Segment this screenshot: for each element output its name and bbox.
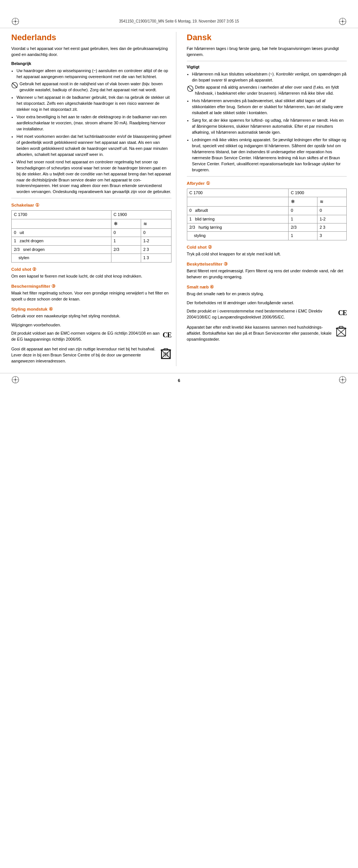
- page: 3541150_C1900/1700_MN Seite 6 Montag, 19…: [0, 0, 358, 868]
- header-bar: 3541150_C1900/1700_MN Seite 6 Montag, 19…: [0, 15, 358, 28]
- wind-icon: ≋: [143, 221, 147, 226]
- table-row: 1 blid tørring 1 1-2: [187, 215, 347, 223]
- right-changes-note: Der forbeholdes ret til ændringer uden f…: [187, 300, 347, 306]
- page-number: 6: [178, 378, 180, 383]
- ce-logo-right: CE: [338, 308, 347, 318]
- right-nozzle-text: Brug det smalle næb for en præcis stylin…: [187, 291, 347, 297]
- list-item: Gebruik het apparaat nooit in de nabijhe…: [11, 81, 171, 93]
- snowflake-icon-right: ❄: [291, 199, 295, 204]
- table-cell: ≋: [141, 219, 171, 228]
- right-cold-shot-text: Tryk på cold shot knappen for at style m…: [187, 251, 347, 257]
- table-cell: 1: [288, 232, 317, 240]
- table-cell: 1 blid tørring: [187, 215, 288, 223]
- table-cell: 2 3: [317, 223, 346, 232]
- table-cell: 2/3 snel drogen: [12, 245, 111, 254]
- list-item: Dette apparat må aldrig anvendes i nærhe…: [187, 85, 347, 97]
- right-filter-title: Beskyttelsesfilter ③: [187, 261, 347, 267]
- table-cell: 0: [288, 207, 317, 215]
- right-column: Dansk Før hårtørreren tages i brug først…: [185, 32, 347, 366]
- divider-right-0: [187, 61, 347, 61]
- table-cell: 1 3: [141, 254, 171, 262]
- list-item: Uw haardroger alleen op wisselspanning (…: [17, 68, 171, 80]
- corner-crosshair-footer-right: [338, 376, 347, 385]
- corner-crosshair-right: [338, 17, 347, 26]
- corner-crosshair-footer-left: [11, 376, 20, 385]
- table-cell: 1: [288, 215, 317, 223]
- list-item: Hvis hårtørreren anvendes på badeværelse…: [192, 98, 347, 116]
- divider-left-1: [11, 198, 171, 198]
- list-item: Sørg for, at der ikke spærres for luftin…: [192, 118, 347, 136]
- left-title: Nederlands: [11, 32, 171, 44]
- no-water-icon-right: [187, 85, 194, 94]
- trash-icon-right: [335, 325, 347, 337]
- table-cell: [187, 197, 288, 207]
- left-cold-shot-text: Om een kapsel te fixeren met koude lucht…: [11, 273, 171, 279]
- left-styling-text: Gebruik voor een nauwkeurige styling het…: [11, 313, 171, 319]
- table-cell: 0 uit: [12, 229, 111, 237]
- divider-right-1: [187, 176, 347, 177]
- table-cell: C 1700: [187, 189, 288, 197]
- table-row: styling 1 3: [187, 232, 347, 240]
- table-cell: C 1900: [288, 189, 346, 197]
- right-filter-text: Børst filteret rent regelmæssigt. Fjern …: [187, 268, 347, 280]
- list-item: Het moet voorkomen worden dat het luchti…: [17, 134, 171, 158]
- left-column: Nederlands Voordat u het apparaat voor h…: [11, 32, 176, 366]
- table-row: C 1700 C 1900: [12, 211, 171, 219]
- left-intro: Voordat u het apparaat voor het eerst ga…: [11, 46, 171, 58]
- svg-line-20: [188, 86, 193, 91]
- snowflake-icon: ❄: [114, 221, 118, 226]
- table-row: ❄ ≋: [187, 197, 347, 207]
- table-cell: 1-2: [141, 237, 171, 245]
- svg-point-33: [342, 379, 343, 380]
- table-cell: 2/3 hurtig tørring: [187, 223, 288, 232]
- header-text: 3541150_C1900/1700_MN Seite 6 Montag, 19…: [119, 19, 239, 24]
- footer-bar: 6: [0, 373, 358, 388]
- right-important-title: Vigtigt: [187, 64, 347, 70]
- main-columns: Nederlands Voordat u het apparaat voor h…: [0, 32, 358, 366]
- ce-logo-left: CE: [162, 331, 171, 340]
- left-styling-title: Styling mondstuk ④: [11, 306, 171, 312]
- right-bullet-list: Hårtørreren må kun tilsluttes vekselstrø…: [192, 71, 347, 173]
- right-nozzle-title: Smalt næb ④: [187, 284, 347, 290]
- right-cold-shot-title: Cold shot ②: [187, 244, 347, 250]
- left-filter-title: Beschermingsfilter ③: [11, 283, 171, 289]
- svg-point-3: [15, 21, 16, 22]
- table-row: 2/3 hurtig tørring 2/3 2 3: [187, 223, 347, 232]
- table-cell: 1: [111, 237, 141, 245]
- left-changes-note: Wijzigingen voorbehouden.: [11, 322, 171, 328]
- table-cell: 1-2: [317, 215, 346, 223]
- table-cell: stylen: [12, 254, 111, 262]
- table-cell: C 1900: [111, 211, 171, 219]
- table-cell: 0: [317, 207, 346, 215]
- table-row: 2/3 snel drogen 2/3 2 3: [12, 245, 171, 254]
- table-row: stylen 1 3: [12, 254, 171, 262]
- right-switch-title: Afbryder ①: [187, 180, 347, 186]
- right-ce-text1: Dette produkt er i overensstemmelse med …: [187, 308, 335, 320]
- table-cell: [12, 219, 111, 228]
- left-switch-title: Schakelaar ①: [11, 202, 171, 208]
- table-cell: 0: [141, 229, 171, 237]
- table-row: 0 afbrudt 0 0: [187, 207, 347, 215]
- svg-point-7: [342, 21, 343, 22]
- right-intro: Før hårtørreren tages i brug første gang…: [187, 46, 347, 58]
- list-item: Ledningen må ikke vikles omkrig apparate…: [192, 137, 347, 173]
- left-filter-text: Maak het filter regelmatig schoon. Voor …: [11, 290, 171, 302]
- table-cell: 0: [111, 229, 141, 237]
- list-item: Voor extra beveiliging is het aan te rad…: [17, 114, 171, 132]
- trash-icon-left: [160, 347, 171, 359]
- table-row: 0 uit 0 0: [12, 229, 171, 237]
- left-switch-table: C 1700 C 1900 ❄ ≋ 0 uit 0 0: [11, 210, 171, 262]
- right-title: Dansk: [187, 32, 347, 44]
- table-cell: [111, 254, 141, 262]
- table-cell: 1 zacht drogen: [12, 237, 111, 245]
- table-cell: ❄: [288, 197, 317, 207]
- left-ce-text: Dit produkt voldoet aan de EMC-normen vo…: [11, 331, 159, 343]
- right-switch-table: C 1700 C 1900 ❄ ≋ 0 afbrudt 0 0: [187, 189, 347, 240]
- svg-rect-23: [339, 326, 343, 328]
- table-cell: 2 3: [141, 245, 171, 254]
- list-item: Wanneer u het apparaat in de badkamer ge…: [17, 95, 171, 113]
- corner-crosshair-left: [11, 17, 20, 26]
- right-disposal-text: Apparatet bør efter endt levetid ikke ka…: [187, 325, 333, 343]
- list-item: Hårtørreren må kun tilsluttes vekselstrø…: [192, 71, 347, 83]
- table-row: 1 zacht drogen 1 1-2: [12, 237, 171, 245]
